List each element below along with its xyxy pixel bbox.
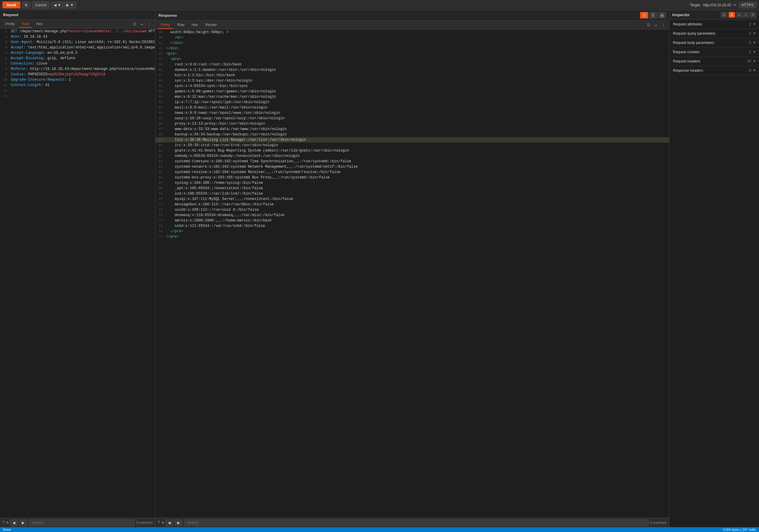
line-content: uucp:x:10:10:uucp:/var/spool/uucp:/usr/s… [165, 116, 669, 121]
line-number: 56 [155, 121, 165, 126]
response-search-input[interactable] [184, 519, 648, 526]
response-wrap-icon[interactable]: ↵ [653, 22, 659, 28]
response-search-help-icon[interactable]: ? [158, 521, 160, 525]
response-view-icon[interactable]: ☷ [646, 22, 652, 28]
line-number: 70 [155, 196, 165, 202]
inspector-row-label: Request body parameters [673, 41, 749, 45]
tab-request-pretty[interactable]: Pretty [2, 20, 18, 28]
line-content: systemd-network:x:101:103:systemd Networ… [165, 164, 669, 170]
table-row: 54 news:x:9:9:news:/var/spool/news:/usr/… [155, 110, 669, 116]
response-tab-bar: Pretty Raw Hex Render ☷ ↵ ⋮ [155, 20, 669, 29]
tab-request-raw[interactable]: Raw [19, 20, 32, 28]
cancel-button[interactable]: Cancel [32, 2, 50, 9]
line-number: 47 [155, 73, 165, 78]
table-row: 57 www-data:x:33:33:www-data:/var/www:/u… [155, 126, 669, 132]
inspector-row-label: Request query parameters [673, 31, 749, 36]
table-row: 8Referer: http://10.10.10.43/department/… [0, 66, 155, 72]
line-number: 77 [155, 234, 165, 239]
request-view-icon[interactable]: ☷ [132, 21, 138, 27]
inspector-row-count: 9 [749, 68, 751, 73]
http-version-badge[interactable]: HTTP/1 [739, 2, 757, 8]
inspector-icon-grid[interactable]: ☷ [721, 12, 727, 18]
response-search-prev-btn[interactable]: ◀ [166, 519, 173, 526]
table-row: 42</div> [155, 46, 669, 51]
line-number: 41 [155, 40, 165, 46]
inspector-icon-plus[interactable]: + [743, 12, 748, 18]
response-search-settings-icon[interactable]: ⚙ [162, 520, 164, 525]
inspector-icon-indent[interactable]: ≡ [736, 12, 742, 18]
inspector-row-count: 0 [749, 41, 751, 45]
tab-response-hex[interactable]: Hex [188, 21, 201, 29]
tab-request-hex[interactable]: Hex [33, 20, 45, 28]
edit-icon[interactable]: ✏ [734, 3, 737, 7]
line-number: 58 [155, 132, 165, 137]
request-panel-title: Request [3, 13, 152, 17]
response-panel-title: Response [158, 13, 640, 18]
line-content: lp:x:7:7:lp:/var/spool/lpd:/usr/sbin/nol… [165, 100, 669, 105]
table-row: 9Cookie: PHPSESSID=qa9l9bkjkpfs52hpqg7d3… [0, 72, 155, 77]
request-menu-icon[interactable]: ⋮ [146, 21, 153, 27]
send-button[interactable]: Send [2, 2, 20, 8]
nav-arrows: ◀ ▼ ▶ ▼ [51, 2, 76, 8]
table-row: 76 </pre> [155, 229, 669, 234]
request-search-matches: 0 matches [136, 521, 153, 525]
line-number: 6 [0, 56, 10, 61]
table-row: 4Accept: text/html,application/xhtml+xml… [0, 45, 155, 50]
chevron-down-icon: ▼ [753, 60, 755, 63]
line-content: sync:x:4:65534:sync:/bin:/bin/sync [165, 83, 669, 89]
request-search-help-icon[interactable]: ? [2, 521, 5, 525]
list-item[interactable]: Request query parameters1▼ [669, 29, 759, 38]
table-row: 58 backup:x:34:34:backup:/var/backups:/u… [155, 132, 669, 137]
line-content: mail:x:8:8:mail:/var/mail:/usr/sbin/nolo… [165, 105, 669, 110]
list-item[interactable]: Response headers9▼ [669, 66, 759, 75]
request-wrap-icon[interactable]: ↵ [139, 21, 145, 27]
inspector-icon-close[interactable]: ✕ [750, 12, 756, 18]
table-row: 6Accept-Encoding: gzip, deflate [0, 56, 155, 61]
table-row: 48 sys:x:3:3:sys:/dev:/usr/sbin/nologin [155, 78, 669, 83]
tab-response-raw[interactable]: Raw [174, 21, 187, 29]
request-search-next-btn[interactable]: ▶ [20, 519, 27, 526]
main-area: Request Pretty Raw Hex ☷ ↵ ⋮ 1GET /depar… [0, 10, 759, 527]
request-search-prev-btn[interactable]: ◀ [10, 519, 18, 526]
settings-icon-btn[interactable]: ⚙ [22, 2, 30, 8]
request-panel: Request Pretty Raw Hex ☷ ↵ ⋮ 1GET /depar… [0, 10, 155, 527]
response-view-toggle-2[interactable]: ☰ [649, 12, 657, 19]
list-item[interactable]: Request body parameters0▼ [669, 38, 759, 48]
request-search-settings-icon[interactable]: ⚙ [6, 520, 8, 525]
request-search-input[interactable] [29, 519, 134, 526]
line-content: Cookie: PHPSESSID=qa9l9bkjkpfs52hpqg7d3g… [10, 72, 155, 77]
line-content: _apt:x:105:65534::/nonexistent:/bin/fals… [165, 185, 669, 191]
inspector-row-count: 10 [747, 59, 751, 63]
response-view-toggle-3[interactable]: ▤ [658, 12, 666, 19]
chevron-down-icon: ▼ [753, 32, 755, 35]
request-search-bar: ? ⚙ ◀ ▶ 0 matches [0, 518, 155, 527]
response-menu-icon[interactable]: ⋮ [660, 22, 667, 28]
response-view-toggle-1[interactable]: ☷ [640, 12, 648, 19]
line-number: 9 [0, 72, 10, 77]
table-row: 64 systemd-network:x:101:103:systemd Net… [155, 164, 669, 170]
line-content: GET /department/manage.php?notes=/nineve… [10, 29, 155, 34]
table-row: 13 [0, 93, 155, 99]
line-number: 67 [155, 180, 165, 185]
tab-response-pretty[interactable]: Pretty [158, 21, 173, 29]
line-content: lxd:x:106:65534::/var/lib/lxd/:/bin/fals… [165, 191, 669, 196]
line-number: 75 [155, 223, 165, 229]
request-code-area[interactable]: 1GET /department/manage.php?notes=/ninev… [0, 29, 155, 518]
list-item[interactable]: Request cookies1▼ [669, 48, 759, 57]
line-number: 63 [155, 159, 165, 164]
list-item[interactable]: Request attributes2▼ [669, 20, 759, 29]
line-number: 59 [155, 137, 165, 143]
list-item[interactable]: Request headers10▼ [669, 57, 759, 66]
tab-response-render[interactable]: Render [202, 21, 220, 29]
response-code-area[interactable]: 39 width:800px;height:600px; >40 <br>41 … [155, 29, 669, 518]
table-row: 66 systemd-bus-proxy:x:103:105:systemd B… [155, 175, 669, 180]
line-content: Accept-Language: en-US,en;q=0.5 [10, 50, 155, 56]
table-row: 39 width:800px;height:600px; > [155, 29, 669, 35]
next-button[interactable]: ▶ ▼ [64, 2, 76, 8]
line-number: 60 [155, 143, 165, 148]
table-row: 61 gnats:x:41:41:Gnats Bug-Reporting Sys… [155, 148, 669, 153]
inspector-row-label: Response headers [673, 68, 749, 73]
inspector-icon-list[interactable]: ☰ [729, 12, 735, 18]
response-search-next-btn[interactable]: ▶ [175, 519, 182, 526]
prev-button[interactable]: ◀ ▼ [51, 2, 63, 8]
